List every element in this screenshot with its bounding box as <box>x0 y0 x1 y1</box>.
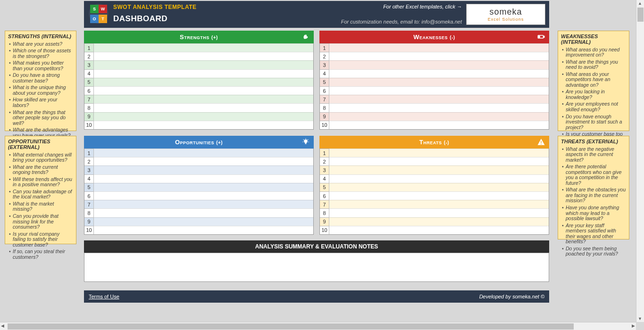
row-number: 5 <box>84 183 94 191</box>
viewport: SWOT SWOT ANALYSIS TEMPLATE DASHBOARD Fo… <box>0 0 644 330</box>
row-input-cell[interactable] <box>329 52 549 60</box>
lightbulb-icon <box>301 138 310 146</box>
row-number: 3 <box>320 165 329 174</box>
brand-name: someka <box>489 7 522 17</box>
row-input-cell[interactable] <box>94 43 313 52</box>
table-row: 1 <box>84 148 313 157</box>
table-row: 1 <box>84 43 313 52</box>
opportunities-rows: 12345678910 <box>84 148 314 235</box>
horizontal-scrollbar[interactable] <box>0 322 636 330</box>
table-row: 5 <box>84 183 313 191</box>
warning-icon <box>537 138 545 146</box>
row-number: 2 <box>320 157 329 165</box>
row-input-cell[interactable] <box>329 183 549 191</box>
row-input-cell[interactable] <box>329 157 549 165</box>
row-number: 4 <box>84 174 94 183</box>
hint-item: What are the negative aspects in the cur… <box>562 146 626 164</box>
vertical-scrollbar[interactable] <box>636 0 644 322</box>
row-input-cell[interactable] <box>329 95 549 103</box>
row-input-cell[interactable] <box>94 148 313 157</box>
threats-rows: 12345678910 <box>319 148 549 235</box>
row-input-cell[interactable] <box>94 191 313 200</box>
row-input-cell[interactable] <box>94 60 313 69</box>
row-input-cell[interactable] <box>94 52 313 60</box>
row-input-cell[interactable] <box>94 183 313 191</box>
hints-title: WEAKNESSES (INTERNAL) <box>561 33 626 45</box>
summary-body-input[interactable] <box>84 253 549 282</box>
row-number: 9 <box>320 217 329 226</box>
row-input-cell[interactable] <box>329 112 549 121</box>
row-input-cell[interactable] <box>329 200 549 208</box>
row-input-cell[interactable] <box>329 191 549 200</box>
row-input-cell[interactable] <box>329 208 549 217</box>
row-input-cell[interactable] <box>329 217 549 226</box>
svg-rect-2 <box>544 36 544 38</box>
template-title: SWOT ANALYSIS TEMPLATE <box>113 4 197 10</box>
hint-item: What are the things that other people sa… <box>9 109 73 127</box>
row-input-cell[interactable] <box>94 121 313 129</box>
row-number: 1 <box>320 43 329 52</box>
quadrant-header: Threats (-) <box>319 136 549 148</box>
muscle-icon <box>301 33 310 41</box>
row-input-cell[interactable] <box>329 103 549 112</box>
hint-item: Are you lacking in knowledge? <box>562 89 626 101</box>
row-input-cell[interactable] <box>94 165 313 174</box>
hint-item: How skilled are your labors? <box>9 97 73 109</box>
row-input-cell[interactable] <box>94 69 313 78</box>
row-input-cell[interactable] <box>329 43 549 52</box>
scrollbar-thumb[interactable] <box>8 323 574 330</box>
row-number: 10 <box>320 226 329 234</box>
row-input-cell[interactable] <box>329 60 549 69</box>
quadrant-header: Opportunities (+) <box>84 136 314 148</box>
row-input-cell[interactable] <box>329 78 549 86</box>
other-templates-link[interactable]: For other Excel templates, click → <box>383 4 462 9</box>
threats-hints-panel: THREATS (EXTERNAL) What are the negative… <box>558 136 629 239</box>
row-input-cell[interactable] <box>94 217 313 226</box>
terms-of-use-link[interactable]: Terms of Use <box>89 290 119 303</box>
weaknesses-quadrant: Weaknesses (-) 12345678910 <box>319 31 549 130</box>
opportunities-hints-panel: OPPORTUNITIES (EXTERNAL) What external c… <box>5 136 76 244</box>
hint-item: What are the obstacles you are facing in… <box>562 187 626 205</box>
row-number: 1 <box>84 148 94 157</box>
table-row: 9 <box>320 112 549 121</box>
quadrant-label: Threats <box>419 139 442 146</box>
table-row: 2 <box>320 52 549 60</box>
row-input-cell[interactable] <box>329 174 549 183</box>
brand-logo[interactable]: someka Excel Solutions <box>466 4 545 25</box>
row-number: 8 <box>84 103 94 112</box>
row-input-cell[interactable] <box>94 174 313 183</box>
table-row: 7 <box>84 95 313 103</box>
row-input-cell[interactable] <box>329 226 549 234</box>
hint-item: Have you done anything which may lead to… <box>562 204 626 222</box>
table-row: 2 <box>84 157 313 165</box>
hint-item: What areas do your competitors have an a… <box>562 71 626 89</box>
row-input-cell[interactable] <box>94 208 313 217</box>
svg-rect-6 <box>541 144 542 145</box>
scrollbar-thumb[interactable] <box>637 8 644 22</box>
row-input-cell[interactable] <box>329 121 549 129</box>
row-input-cell[interactable] <box>94 78 313 86</box>
row-number: 6 <box>320 86 329 95</box>
row-input-cell[interactable] <box>329 165 549 174</box>
row-input-cell[interactable] <box>94 226 313 234</box>
table-row: 6 <box>320 86 549 95</box>
hint-item: What is the market missing? <box>9 200 73 213</box>
svg-rect-1 <box>539 36 540 38</box>
row-input-cell[interactable] <box>329 69 549 78</box>
row-input-cell[interactable] <box>94 157 313 165</box>
table-row: 9 <box>84 217 313 226</box>
row-input-cell[interactable] <box>94 103 313 112</box>
table-row: 9 <box>320 217 549 226</box>
row-input-cell[interactable] <box>329 148 549 157</box>
row-input-cell[interactable] <box>329 86 549 95</box>
row-input-cell[interactable] <box>94 95 313 103</box>
row-number: 4 <box>84 69 94 78</box>
customization-text: For customization needs, email to: info@… <box>341 19 462 25</box>
table-row: 2 <box>320 157 549 165</box>
row-number: 7 <box>84 95 94 103</box>
row-input-cell[interactable] <box>94 112 313 121</box>
row-input-cell[interactable] <box>94 86 313 95</box>
row-input-cell[interactable] <box>94 200 313 208</box>
row-number: 9 <box>320 112 329 121</box>
hints-title: OPPORTUNITIES (EXTERNAL) <box>8 139 73 150</box>
